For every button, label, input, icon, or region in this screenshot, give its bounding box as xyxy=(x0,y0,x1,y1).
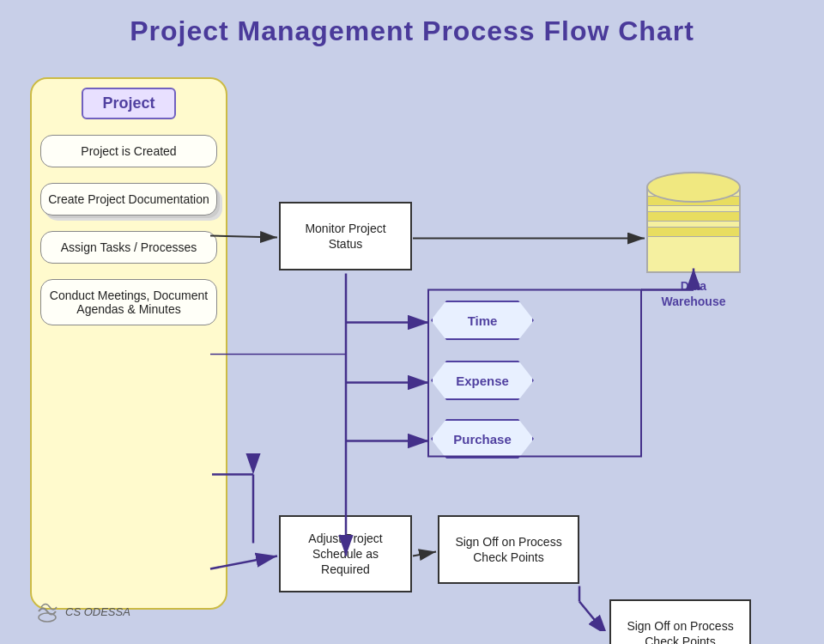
logo-text: CS ODESSA xyxy=(65,605,130,618)
expense-hex: Expense xyxy=(431,361,534,400)
conduct-meetings-box: Conduct Meetings, Document Agendas & Min… xyxy=(40,279,217,325)
create-doc-box: Create Project Documentation xyxy=(40,183,217,216)
project-lane: Project Project is Created Create Projec… xyxy=(30,77,227,610)
signoff-1-box: Sign Off on Process Check Points xyxy=(438,515,579,584)
monitor-status-box: Monitor Project Status xyxy=(279,202,412,270)
project-created-box: Project is Created xyxy=(40,135,217,167)
svg-line-16 xyxy=(579,602,608,632)
data-warehouse-label: DataWarehouse xyxy=(646,278,741,309)
signoff-2-box: Sign Off on Process Check Points xyxy=(609,599,751,644)
logo-icon xyxy=(34,598,60,624)
data-warehouse-cylinder: DataWarehouse xyxy=(646,172,741,283)
project-label: Project xyxy=(82,88,176,119)
time-hex: Time xyxy=(431,301,534,340)
svg-line-14 xyxy=(413,552,436,556)
assign-tasks-box: Assign Tasks / Processes xyxy=(40,231,217,264)
logo: CS ODESSA xyxy=(34,598,130,624)
purchase-hex: Purchase xyxy=(431,419,534,459)
page-title: Project Management Process Flow Chart xyxy=(0,0,824,56)
adjust-schedule-box: Adjust Project Schedule as Required xyxy=(279,515,412,592)
diagram-area: Project Project is Created Create Projec… xyxy=(13,60,811,631)
